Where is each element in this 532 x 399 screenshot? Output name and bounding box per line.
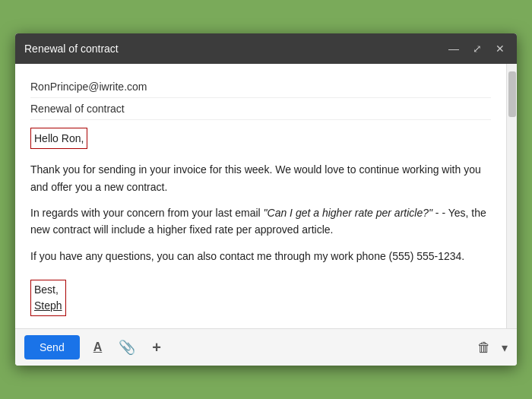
attach-icon[interactable]: 📎 bbox=[116, 336, 138, 359]
subject-text: Renewal of contract bbox=[30, 103, 125, 115]
window-controls: — ⤢ ✕ bbox=[445, 42, 508, 55]
email-body: RonPrincipe@iwrite.com Renewal of contra… bbox=[15, 64, 517, 328]
email-content-area: RonPrincipe@iwrite.com Renewal of contra… bbox=[15, 64, 506, 328]
subject-field: Renewal of contract bbox=[30, 98, 491, 120]
greeting-container: Hello Ron, bbox=[30, 128, 491, 155]
paragraph-1: Thank you for sending in your invoice fo… bbox=[30, 161, 491, 195]
to-address: RonPrincipe@iwrite.com bbox=[30, 81, 147, 93]
closing-container: Best, Steph bbox=[30, 274, 491, 316]
email-compose-window: Renewal of contract — ⤢ ✕ RonPrincipe@iw… bbox=[15, 33, 517, 366]
window-title: Renewal of contract bbox=[24, 43, 119, 55]
greeting-highlighted: Hello Ron, bbox=[30, 128, 87, 149]
paragraph-2-pre: In regards with your concern from your l… bbox=[30, 207, 264, 219]
scrollbar-thumb[interactable] bbox=[508, 71, 516, 117]
scrollbar[interactable] bbox=[506, 64, 517, 328]
maximize-button[interactable]: ⤢ bbox=[470, 42, 485, 55]
send-button[interactable]: Send bbox=[24, 335, 80, 359]
minimize-button[interactable]: — bbox=[445, 42, 462, 55]
email-toolbar: Send A 📎 + 🗑 ▾ bbox=[15, 328, 517, 366]
greeting-text: Hello Ron, bbox=[34, 132, 84, 144]
paragraph-2: In regards with your concern from your l… bbox=[30, 204, 491, 239]
closing-line2: Steph bbox=[34, 298, 62, 314]
to-field: RonPrincipe@iwrite.com bbox=[30, 76, 491, 98]
more-menu-icon[interactable]: ▾ bbox=[502, 340, 508, 355]
paragraph-2-quote: "Can I get a higher rate per article?" bbox=[264, 207, 432, 219]
format-icon[interactable]: A bbox=[90, 337, 106, 357]
more-options-icon[interactable]: + bbox=[149, 336, 164, 359]
paragraph-3: If you have any questions, you can also … bbox=[30, 248, 491, 264]
close-button[interactable]: ✕ bbox=[492, 42, 508, 55]
delete-icon[interactable]: 🗑 bbox=[477, 340, 491, 356]
title-bar: Renewal of contract — ⤢ ✕ bbox=[15, 33, 517, 64]
closing-highlighted: Best, Steph bbox=[30, 280, 66, 316]
closing-line1: Best, bbox=[34, 282, 62, 298]
